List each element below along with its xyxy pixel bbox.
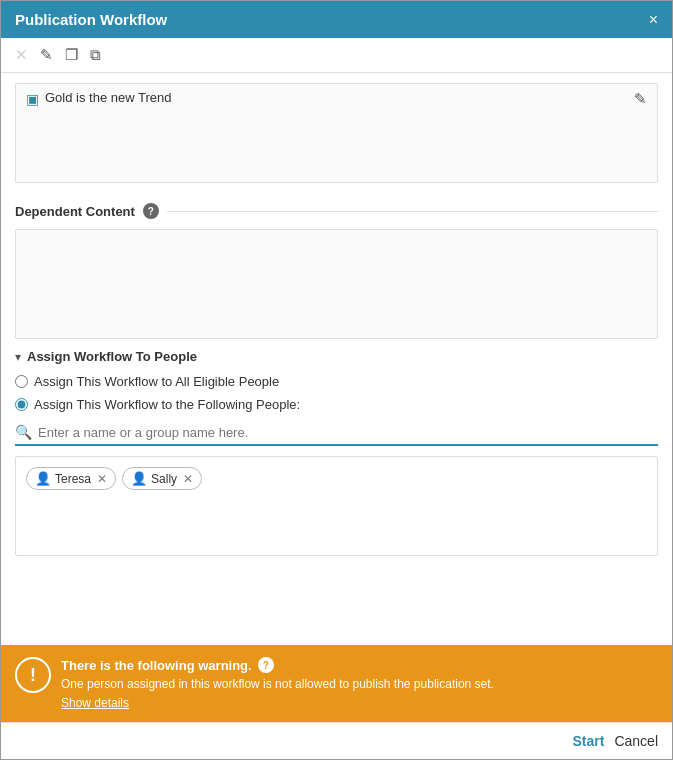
remove-teresa-button[interactable]: ✕ (97, 472, 107, 486)
dialog-title: Publication Workflow (15, 11, 167, 28)
content-item-section: ▣ Gold is the new Trend ✎ (1, 73, 672, 193)
remove-sally-button[interactable]: ✕ (183, 472, 193, 486)
content-item-row: ▣ Gold is the new Trend ✎ (15, 83, 658, 183)
content-edit-icon[interactable]: ✎ (634, 90, 647, 108)
radio-all-label: Assign This Workflow to All Eligible Peo… (34, 374, 279, 389)
person-icon-teresa: 👤 (35, 471, 51, 486)
radio-following-label: Assign This Workflow to the Following Pe… (34, 397, 300, 412)
person-tag-teresa: 👤 Teresa ✕ (26, 467, 116, 490)
warning-title: There is the following warning. ? (61, 657, 658, 673)
assign-collapse-arrow: ▾ (15, 350, 21, 364)
dependent-content-divider (167, 211, 658, 212)
person-name-sally: Sally (151, 472, 177, 486)
dependent-content-label: Dependent Content (15, 204, 135, 219)
radio-all-input[interactable] (15, 375, 28, 388)
dialog-header: Publication Workflow × (1, 1, 672, 38)
dialog-body: ▣ Gold is the new Trend ✎ Dependent Cont… (1, 73, 672, 645)
warning-bar: ! There is the following warning. ? One … (1, 645, 672, 722)
warning-description: One person assigned in this workflow is … (61, 677, 658, 691)
cancel-button[interactable]: Cancel (614, 733, 658, 749)
person-icon-sally: 👤 (131, 471, 147, 486)
assign-header[interactable]: ▾ Assign Workflow To People (15, 349, 658, 364)
dependent-content-header: Dependent Content ? (1, 193, 672, 219)
copy-toolbar-button[interactable]: ❐ (61, 44, 82, 66)
person-tag-sally: 👤 Sally ✕ (122, 467, 202, 490)
assign-header-label: Assign Workflow To People (27, 349, 197, 364)
edit-toolbar-button[interactable]: ✎ (36, 44, 57, 66)
warning-text: There is the following warning. ? One pe… (61, 657, 658, 710)
close-button[interactable]: × (649, 12, 658, 28)
content-item-left: ▣ Gold is the new Trend (26, 90, 171, 107)
assign-workflow-section: ▾ Assign Workflow To People Assign This … (1, 349, 672, 570)
people-box: 👤 Teresa ✕ 👤 Sally ✕ (15, 456, 658, 556)
people-search-row: 🔍 (15, 420, 658, 446)
cancel-toolbar-button[interactable]: ✕ (11, 44, 32, 66)
radio-following-input[interactable] (15, 398, 28, 411)
dependent-content-section: Dependent Content ? (1, 193, 672, 339)
person-name-teresa: Teresa (55, 472, 91, 486)
content-type-icon: ▣ (26, 91, 39, 107)
publication-workflow-dialog: Publication Workflow × ✕ ✎ ❐ ⧉ ▣ Gold is… (0, 0, 673, 760)
start-button[interactable]: Start (573, 733, 605, 749)
search-icon: 🔍 (15, 424, 32, 440)
warning-icon: ! (15, 657, 51, 693)
dependent-content-box (15, 229, 658, 339)
paste-toolbar-button[interactable]: ⧉ (86, 44, 105, 66)
show-details-link[interactable]: Show details (61, 696, 129, 710)
toolbar: ✕ ✎ ❐ ⧉ (1, 38, 672, 73)
radio-all-eligible: Assign This Workflow to All Eligible Peo… (15, 374, 658, 389)
radio-following: Assign This Workflow to the Following Pe… (15, 397, 658, 412)
warning-title-text: There is the following warning. (61, 658, 252, 673)
warning-help-icon[interactable]: ? (258, 657, 274, 673)
people-search-input[interactable] (38, 425, 658, 440)
dependent-content-help-icon[interactable]: ? (143, 203, 159, 219)
dialog-footer: Start Cancel (1, 722, 672, 759)
content-item-title: Gold is the new Trend (45, 90, 171, 105)
